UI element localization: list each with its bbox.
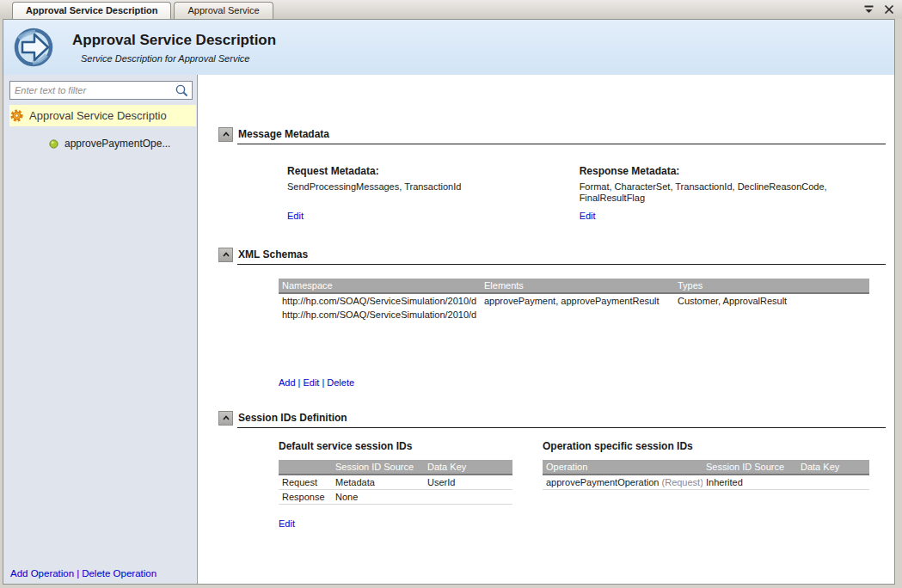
chevron-up-icon [221, 129, 231, 139]
section-rule [237, 264, 886, 265]
tab-label: Approval Service [187, 5, 259, 15]
column-header-types[interactable]: Types [674, 279, 869, 293]
tab-approval-service[interactable]: Approval Service [174, 2, 273, 19]
tree-item-label: Approval Service Descriptio [29, 109, 167, 122]
response-metadata-label: Response Metadata: [580, 165, 894, 177]
chevron-up-icon [221, 249, 231, 260]
column-header-session-id-source[interactable]: Session ID Source [703, 460, 797, 475]
section-rule [237, 144, 886, 144]
collapse-button[interactable] [218, 248, 233, 262]
operation-direction: (Request) [662, 477, 703, 487]
section-message-metadata: Message Metadata Request Metadata: SendP… [198, 126, 894, 223]
namespace-cell: http://hp.com/SOAQ/ServiceSimulation/201… [279, 308, 481, 322]
column-header-data-key[interactable]: Data Key [424, 460, 512, 475]
table-row[interactable]: Response None [279, 490, 512, 505]
elements-cell: approvePayment, approvePaymentResult [481, 293, 674, 308]
chevron-up-icon [221, 413, 231, 423]
table-row[interactable]: http://hp.com/SOAQ/ServiceSimulation/201… [279, 308, 869, 322]
request-metadata-label: Request Metadata: [287, 165, 580, 177]
page-subtitle: Service Description for Approval Service [81, 53, 276, 64]
header-text: Approval Service Description Service Des… [72, 32, 276, 64]
section-rule [237, 427, 886, 428]
xml-schema-actions: Add|Edit|Delete [279, 377, 894, 388]
table-header-row: Namespace Elements Types [279, 279, 869, 293]
section-title: Message Metadata [238, 128, 329, 140]
source-cell: Inherited [703, 475, 797, 490]
response-metadata-block: Response Metadata: Format, CharacterSet,… [580, 165, 894, 223]
table-header-row: Session ID Source Data Key [279, 460, 512, 475]
tab-bar: Approval Service Description Approval Se… [0, 0, 902, 19]
collapse-button[interactable] [218, 127, 233, 142]
service-globe-icon [12, 26, 55, 69]
separator: | [319, 377, 327, 388]
page-title: Approval Service Description [72, 32, 276, 49]
window-controls [863, 4, 894, 15]
edit-response-metadata-link[interactable]: Edit [580, 211, 596, 221]
types-cell: Customer, ApprovalResult [674, 293, 869, 308]
operation-session-ids-table: Operation Session ID Source Data Key app… [543, 460, 869, 490]
tab-approval-service-description[interactable]: Approval Service Description [12, 2, 171, 19]
types-cell [674, 308, 869, 322]
main-content: Message Metadata Request Metadata: SendP… [198, 75, 894, 584]
operation-session-ids-title: Operation specific session IDs [543, 440, 869, 452]
document-window: Approval Service Description Service Des… [3, 19, 895, 585]
search-icon[interactable] [175, 83, 189, 98]
column-header-blank [279, 460, 332, 475]
request-metadata-block: Request Metadata: SendProcessingMessages… [287, 165, 580, 223]
edit-request-metadata-link[interactable]: Edit [287, 211, 304, 221]
operation-cell: approvePaymentOperation (Request) [543, 475, 703, 490]
section-title: XML Schemas [238, 248, 308, 260]
separator: | [74, 568, 82, 579]
tree-item-label: approvePaymentOpe... [64, 138, 170, 150]
add-operation-link[interactable]: Add Operation [10, 568, 74, 579]
source-cell: None [332, 490, 424, 505]
collapse-button[interactable] [218, 411, 233, 426]
filter-input[interactable] [15, 85, 175, 95]
row-label-cell: Request [279, 475, 332, 490]
edit-session-ids-link[interactable]: Edit [279, 518, 295, 529]
response-metadata-value: Format, CharacterSet, TransactionId, Dec… [580, 181, 894, 207]
green-dot-icon [49, 139, 58, 149]
delete-schema-link[interactable]: Delete [327, 377, 354, 388]
row-label-cell: Response [279, 490, 332, 505]
default-session-ids-title: Default service session IDs [279, 440, 512, 452]
xml-schemas-table: Namespace Elements Types http://hp.com/S… [279, 279, 869, 322]
data-key-cell [797, 475, 869, 490]
page-header: Approval Service Description Service Des… [3, 20, 894, 75]
elements-cell [481, 308, 674, 322]
source-cell: Metadata [332, 475, 424, 490]
sidebar: Approval Service Descriptio approvePayme… [3, 75, 198, 584]
table-row[interactable]: Request Metadata UserId [279, 475, 512, 490]
close-icon[interactable] [884, 4, 894, 15]
table-header-row: Operation Session ID Source Data Key [543, 460, 869, 475]
sidebar-footer: Add Operation|Delete Operation [10, 568, 156, 579]
filter-box [9, 81, 193, 100]
section-xml-schemas: XML Schemas Namespace Elements Types [198, 247, 894, 388]
table-row[interactable]: approvePaymentOperation (Request) Inheri… [543, 475, 869, 490]
edit-schema-link[interactable]: Edit [303, 377, 319, 388]
tree-item-service-description[interactable]: Approval Service Descriptio [9, 105, 196, 126]
tree-item-approve-payment-operation[interactable]: approvePaymentOpe... [49, 138, 197, 150]
section-title: Session IDs Definition [238, 412, 347, 424]
data-key-cell: UserId [424, 475, 512, 490]
column-header-session-id-source[interactable]: Session ID Source [332, 460, 424, 475]
column-header-namespace[interactable]: Namespace [279, 279, 481, 293]
request-metadata-value: SendProcessingMessages, TransactionId [287, 181, 580, 207]
gear-icon [10, 109, 23, 122]
section-session-ids: Session IDs Definition Default service s… [198, 410, 894, 530]
add-schema-link[interactable]: Add [279, 377, 296, 388]
window-menu-icon[interactable] [863, 4, 874, 15]
service-tree: Approval Service Descriptio approvePayme… [3, 105, 197, 150]
namespace-cell: http://hp.com/SOAQ/ServiceSimulation/201… [279, 293, 481, 308]
operation-session-ids-block: Operation specific session IDs Operation… [543, 440, 869, 530]
data-key-cell [424, 490, 512, 505]
default-session-ids-block: Default service session IDs Session ID S… [279, 440, 512, 530]
table-row[interactable]: http://hp.com/SOAQ/ServiceSimulation/201… [279, 293, 869, 308]
column-header-data-key[interactable]: Data Key [797, 460, 869, 475]
tab-label: Approval Service Description [26, 5, 157, 15]
column-header-operation[interactable]: Operation [543, 460, 703, 475]
default-session-ids-table: Session ID Source Data Key Request Metad… [279, 460, 512, 505]
delete-operation-link[interactable]: Delete Operation [82, 568, 156, 579]
column-header-elements[interactable]: Elements [481, 279, 674, 293]
